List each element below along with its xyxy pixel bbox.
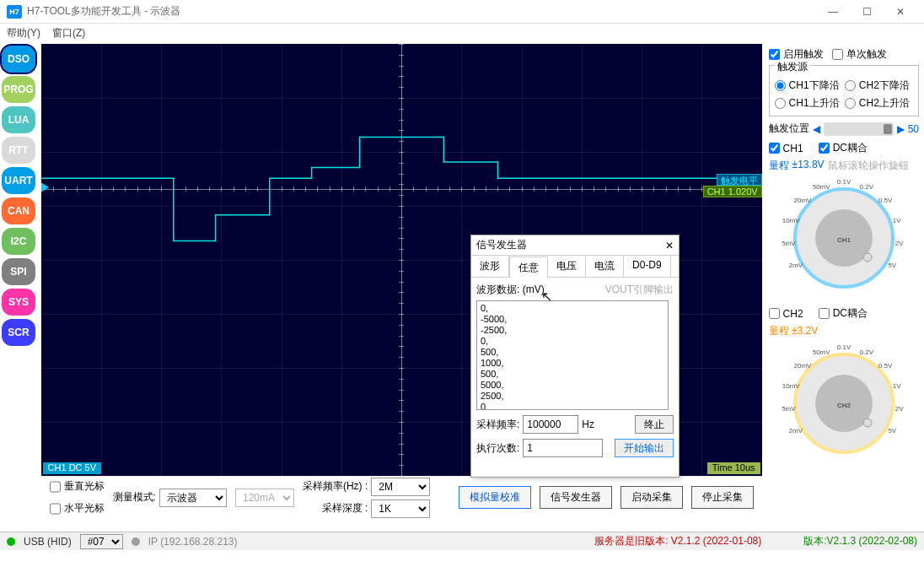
lefttab-i2c[interactable]: I2C [2,228,35,255]
ch1-zero-arrow-icon[interactable] [41,182,49,192]
svg-text:1V: 1V [893,382,901,390]
svg-text:5mV: 5mV [782,240,796,247]
ch1-range-dial[interactable]: CH1 2mV5mV10mV20mV50mV0.1V0.2V0.5V1V2V5V [781,175,907,301]
measure-mode-select[interactable]: 示波器 [159,489,227,507]
dialog-close-icon[interactable]: ✕ [665,240,674,251]
app-title: H7-TOOL多功能开发工具 - 示波器 [27,4,180,19]
trigger-pos-label: 触发位置 [769,122,809,136]
svg-text:CH1: CH1 [837,236,851,244]
siggen-tab-0[interactable]: 波形 [471,256,509,277]
svg-text:0.2V: 0.2V [859,183,873,191]
ch1-range-value: ±13.8V [792,159,825,173]
start-capture-button[interactable]: 启动采集 [620,486,683,509]
svg-text:5V: 5V [888,262,896,269]
minimize-button[interactable]: ― [816,2,850,22]
svg-text:0.1V: 0.1V [837,178,851,186]
svg-text:20mV: 20mV [793,197,812,204]
usb-status: USB (HID) [24,536,72,548]
port-select[interactable]: #07 [80,534,123,549]
right-panel: 启用触发 单次触发 触发源 CH1下降沿 CH2下降沿 CH1上升沿 CH2上升… [766,42,924,532]
ch2-dc-coupling-checkbox[interactable]: DC耦合 [819,306,868,321]
svg-text:0.2V: 0.2V [859,348,873,356]
lefttab-can[interactable]: CAN [2,197,35,224]
lefttab-sys[interactable]: SYS [2,289,35,316]
stop-capture-button[interactable]: 停止采集 [691,486,754,509]
siggen-tab-3[interactable]: 电流 [586,256,624,277]
range-label-2: 量程 [769,325,789,337]
trigger-src-ch2-fall[interactable]: CH2下降沿 [845,78,913,93]
trigger-src-ch1-rise[interactable]: CH1上升沿 [775,96,843,111]
dialog-title: 信号发生器 [476,238,527,252]
ch1-info: CH1 DC 5V [43,462,101,474]
exec-count-label: 执行次数: [476,441,519,456]
left-toolbar: DSOPROGLUARTTUARTCANI2CSPISYSSCR [0,42,38,532]
lefttab-spi[interactable]: SPI [2,258,35,285]
lefttab-lua[interactable]: LUA [2,106,35,133]
menu-help[interactable]: 帮助(Y) [7,26,40,40]
trigger-level-badge[interactable]: 触发电平 [717,174,762,186]
svg-text:0.5V: 0.5V [878,362,893,370]
status-bar: USB (HID) #07 IP (192.168.28.213) 服务器是旧版… [0,532,924,550]
sample-rate-select[interactable]: 2M [371,478,430,496]
ch2-enable-checkbox[interactable]: CH2 [769,306,803,321]
vertical-cursor-checkbox[interactable]: 垂直光标 [50,478,105,496]
start-output-button[interactable]: 开始输出 [615,439,674,457]
lefttab-dso[interactable]: DSO [2,46,35,73]
ch1-level-badge[interactable]: CH1 1.020V [703,186,762,197]
app-logo: H7 [7,5,22,19]
stop-output-button[interactable]: 终止 [635,415,674,434]
svg-text:5mV: 5mV [782,405,796,413]
analog-calibration-button[interactable]: 模拟量校准 [459,486,531,509]
ch1-dc-coupling-checkbox[interactable]: DC耦合 [819,141,868,155]
svg-point-18 [863,418,872,427]
close-button[interactable]: ✕ [884,2,917,22]
wave-data-textarea[interactable]: 0, -5000, -2500, 0, 500, 1000, 500, 5000… [476,300,669,410]
current-select[interactable]: 120mA [235,489,294,507]
horizontal-cursor-checkbox[interactable]: 水平光标 [50,500,105,518]
ch1-enable-checkbox[interactable]: CH1 [769,141,803,155]
svg-text:2mV: 2mV [788,427,803,435]
lefttab-uart[interactable]: UART [2,167,35,194]
menu-window[interactable]: 窗口(Z) [52,26,85,40]
svg-point-3 [863,253,872,262]
lefttab-prog[interactable]: PROG [2,76,35,103]
exec-count-input[interactable] [523,439,603,457]
sample-freq-input[interactable] [523,415,578,434]
svg-text:CH2: CH2 [837,402,851,409]
svg-text:10mV: 10mV [782,217,801,224]
svg-text:10mV: 10mV [782,382,801,390]
ip-status-icon [132,537,140,546]
svg-text:5V: 5V [888,427,896,435]
ch2-range-dial[interactable]: CH2 2mV5mV10mV20mV50mV0.1V0.2V0.5V1V2V5V [781,340,907,467]
wave-data-label: 波形数据: (mV) [476,283,545,297]
trigger-source-group: 触发源 CH1下降沿 CH2下降沿 CH1上升沿 CH2上升沿 [769,65,919,116]
siggen-tab-1[interactable]: 任意 [509,256,548,278]
trigger-pos-slider[interactable] [824,122,894,136]
measure-mode-label: 测量模式: 示波器 [113,489,227,507]
trigger-source-title: 触发源 [775,60,810,74]
usb-status-icon [7,537,15,546]
lefttab-scr[interactable]: SCR [2,319,35,346]
timebase-info: Time 10us [707,462,760,474]
svg-text:0.5V: 0.5V [878,197,893,204]
bottom-toolbar: 垂直光标 水平光标 测量模式: 示波器 120mA 采样频率(Hz) : 2M … [41,476,762,518]
ch2-range-value: ±3.2V [792,325,818,337]
wheel-hint: 鼠标滚轮操作旋钮 [828,159,909,173]
signal-generator-button[interactable]: 信号发生器 [540,486,612,509]
menubar: 帮助(Y) 窗口(Z) [0,24,924,42]
sample-rate-label: 采样频率(Hz) : 2M [303,478,430,496]
signal-generator-dialog[interactable]: 信号发生器 ✕ 波形任意电压电流D0-D9 波形数据: (mV) VOUT引脚输… [470,235,680,478]
siggen-tab-4[interactable]: D0-D9 [624,256,671,277]
sample-depth-select[interactable]: 1K [371,500,430,518]
trigger-src-ch1-fall[interactable]: CH1下降沿 [775,78,843,93]
siggen-tab-2[interactable]: 电压 [548,256,586,277]
svg-text:2mV: 2mV [788,262,803,269]
svg-text:0.1V: 0.1V [837,343,851,351]
lefttab-rtt[interactable]: RTT [2,137,35,164]
version-label: 版本:V2.1.3 (2022-02-08) [803,534,917,548]
trigger-pos-value: 50 [908,123,919,135]
trigger-src-ch2-rise[interactable]: CH2上升沿 [845,96,913,111]
single-trigger-checkbox[interactable]: 单次触发 [832,47,887,62]
maximize-button[interactable]: ☐ [850,2,884,22]
svg-text:20mV: 20mV [793,362,812,370]
